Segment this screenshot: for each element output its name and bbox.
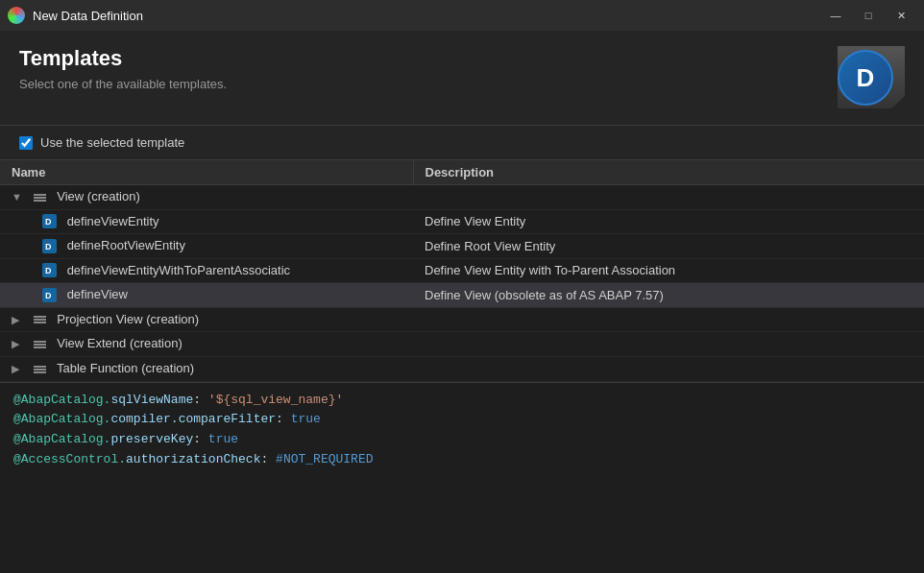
define-root-view-icon: D [42, 238, 58, 253]
row-desc-cell [413, 332, 924, 357]
svg-rect-15 [34, 344, 46, 346]
row-name-cell: D defineViewEntity [0, 209, 413, 234]
table-row[interactable]: ▶ Projection View (creation) [0, 307, 924, 332]
svg-text:D: D [45, 291, 52, 300]
row-desc-cell: Define View Entity with To-Parent Associ… [413, 258, 924, 283]
svg-rect-16 [34, 346, 46, 348]
row-desc-cell [413, 307, 924, 332]
row-desc-cell: Define View Entity [413, 209, 924, 234]
app-icon [8, 7, 25, 24]
use-template-checkbox[interactable] [19, 136, 33, 150]
checkbox-row: Use the selected template [0, 126, 924, 160]
table-row[interactable]: D defineViewEntityWithToParentAssociatic… [0, 258, 924, 283]
svg-rect-18 [34, 369, 46, 370]
row-desc-cell [413, 356, 924, 381]
group-icon [33, 361, 48, 376]
svg-rect-17 [34, 366, 46, 368]
row-name: Projection View (creation) [57, 312, 199, 326]
row-name: defineViewEntity [67, 214, 159, 228]
table-row[interactable]: D defineView Define View (obsolete as of… [0, 283, 924, 308]
window-title: New Data Definition [33, 9, 820, 23]
table-row[interactable]: D defineViewEntity Define View Entity [0, 209, 924, 234]
define-view-icon: D [42, 287, 58, 302]
row-name-cell: ▶ Table Function (creation) [0, 356, 413, 381]
row-name: defineView [67, 287, 128, 301]
group-icon [33, 311, 48, 326]
expand-icon: ▶ [12, 363, 25, 375]
define-view-icon: D [42, 213, 58, 228]
code-preview: @AbapCatalog.sqlViewName: '${sql_view_na… [0, 382, 924, 484]
header-logo: D [838, 46, 905, 113]
svg-rect-12 [34, 319, 46, 321]
expand-icon: ▼ [12, 191, 25, 203]
group-icon [33, 336, 48, 351]
column-header-description: Description [413, 160, 924, 185]
define-view-entity-with-icon: D [42, 262, 58, 277]
svg-rect-19 [34, 371, 46, 373]
header-subtitle: Select one of the available templates. [19, 77, 838, 91]
row-name: View Extend (creation) [57, 336, 182, 350]
window-controls: — □ ✕ [820, 6, 916, 25]
row-name: View (creation) [57, 189, 139, 203]
use-template-label[interactable]: Use the selected template [40, 135, 184, 150]
table-row[interactable]: ▼ View (creation) [0, 185, 924, 210]
row-name-cell: ▶ Projection View (creation) [0, 307, 413, 332]
minimize-button[interactable]: — [820, 6, 851, 25]
row-desc-cell: Define View (obsolete as of AS ABAP 7.57… [413, 283, 924, 308]
group-icon [33, 189, 48, 204]
main-content: Templates Select one of the available te… [0, 31, 924, 484]
code-line-2: @AbapCatalog.compiler.compareFilter: tru… [13, 410, 911, 430]
svg-text:D: D [45, 217, 52, 227]
row-name-cell: ▼ View (creation) [0, 185, 413, 210]
column-header-name: Name [0, 160, 413, 185]
maximize-button[interactable]: □ [853, 6, 884, 25]
table-body: ▼ View (creation) [0, 185, 924, 382]
row-name-cell: ▶ View Extend (creation) [0, 332, 413, 357]
row-desc-cell [413, 185, 924, 210]
template-table: Name Description ▼ [0, 160, 924, 382]
svg-text:D: D [45, 242, 52, 251]
row-name: Table Function (creation) [57, 361, 194, 375]
title-bar: New Data Definition — □ ✕ [0, 0, 924, 31]
row-name: defineRootViewEntity [67, 238, 185, 252]
svg-rect-0 [34, 194, 46, 196]
svg-rect-1 [34, 197, 46, 199]
header-title: Templates [19, 46, 838, 71]
row-desc-cell: Define Root View Entity [413, 234, 924, 259]
svg-rect-2 [34, 200, 46, 202]
table-row[interactable]: D defineRootViewEntity Define Root View … [0, 234, 924, 259]
row-name: defineViewEntityWithToParentAssociatic [67, 263, 290, 277]
row-name-cell: D defineViewEntityWithToParentAssociatic [0, 258, 413, 283]
header-left: Templates Select one of the available te… [19, 46, 838, 91]
code-line-4: @AccessControl.authorizationCheck: #NOT_… [13, 450, 911, 470]
code-line-3: @AbapCatalog.preserveKey: true [13, 430, 911, 450]
svg-rect-14 [34, 341, 46, 343]
svg-rect-11 [34, 316, 46, 318]
row-name-cell: D defineView [0, 283, 413, 308]
table-header-row: Name Description [0, 160, 924, 185]
table-row[interactable]: ▶ Table Function (creation) [0, 356, 924, 381]
svg-rect-13 [34, 322, 46, 323]
close-button[interactable]: ✕ [886, 6, 916, 25]
code-line-1: @AbapCatalog.sqlViewName: '${sql_view_na… [13, 391, 911, 411]
logo-letter: D [838, 50, 893, 106]
svg-text:D: D [45, 266, 52, 275]
expand-icon: ▶ [12, 314, 25, 326]
table-row[interactable]: ▶ View Extend (creation) [0, 332, 924, 357]
template-table-container: Name Description ▼ [0, 160, 924, 382]
header-section: Templates Select one of the available te… [0, 31, 924, 126]
expand-icon: ▶ [12, 338, 25, 350]
row-name-cell: D defineRootViewEntity [0, 234, 413, 259]
